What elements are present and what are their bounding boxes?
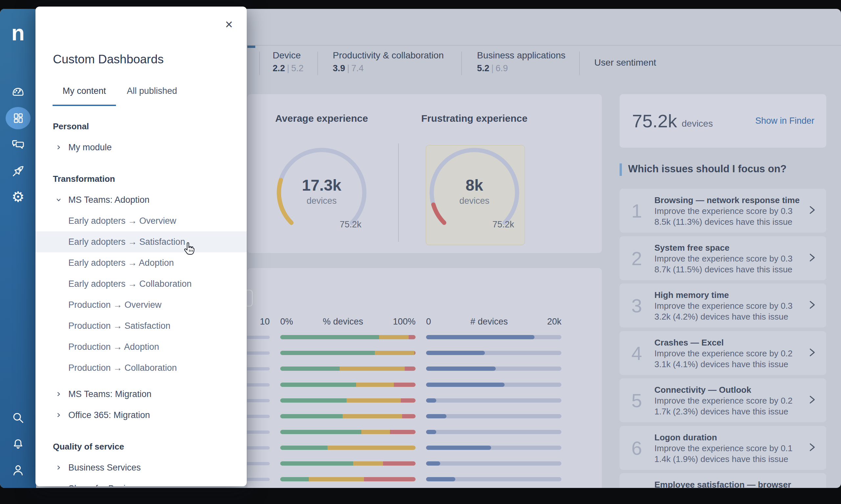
issue-improvement: Improve the experience score by 0.3 — [654, 253, 793, 264]
frustrating-segment — [402, 414, 416, 418]
sidebar-item-user-profile[interactable] — [0, 457, 36, 483]
tree-subitem-production-overview[interactable]: Production → Overview — [35, 294, 247, 315]
tab-score: 5.2|6.9 — [477, 63, 565, 73]
issue-card-4[interactable]: 4Crashes — ExcelImprove the experience s… — [620, 331, 826, 375]
issue-improvement: Improve the experience score by 0.1 — [654, 443, 793, 454]
issue-card-7[interactable]: 7Employee satisfaction — browser — [620, 473, 826, 488]
issue-card-5[interactable]: 5Connectivity — OutlookImprove the exper… — [620, 378, 826, 422]
tree-subitem-early-adopters-satisfaction[interactable]: Early adopters → Satisfaction — [35, 231, 247, 252]
issue-card-1[interactable]: 1Browsing — network response timeImprove… — [620, 189, 826, 233]
dialog-tab-all-published[interactable]: All published — [116, 86, 188, 106]
issue-improvement: Improve the experience score by 0.3 — [654, 206, 800, 217]
custom-dashboards-dialog: × Custom Dashboards My contentAll publis… — [35, 6, 247, 486]
tree-item-skype-for-business[interactable]: Skype for Business — [35, 478, 247, 486]
sidebar-item-feedback-chat[interactable] — [0, 131, 36, 158]
issue-title: Browsing — network response time — [654, 195, 800, 206]
pct-devices-stacked-bar — [280, 398, 416, 402]
chevron-right-icon[interactable] — [56, 392, 62, 397]
chevron-right-icon[interactable] — [808, 442, 817, 453]
tab-benchmark-value: 7.4 — [351, 63, 364, 73]
tab-business-applications[interactable]: Business applications5.2|6.9 — [477, 50, 565, 73]
tab-score-value: 3.9 — [333, 63, 345, 73]
chevron-right-icon[interactable] — [56, 486, 62, 487]
tree-subitem-label: Production → Overview — [68, 300, 161, 310]
chevron-right-icon[interactable] — [808, 300, 817, 311]
sidebar-item-campaigns-rocket[interactable] — [0, 158, 36, 184]
gauge-average-experience[interactable]: Average experience17.3kdevices75.2k — [262, 112, 381, 239]
tree-subitem-early-adopters-overview[interactable]: Early adopters → Overview — [35, 210, 247, 231]
issue-device-count: 8.5k (11.3%) devices have this issue — [654, 217, 800, 228]
tree-item-ms-teams-adoption[interactable]: MS Teams: Adoption — [35, 189, 247, 210]
tab-score: 2.2|5.2 — [273, 63, 304, 73]
tree-subitem-production-adoption[interactable]: Production → Adoption — [35, 336, 247, 357]
tree-item-business-services[interactable]: Business Services — [35, 457, 247, 478]
issue-device-count: 1.7k (2.3%) devices have this issue — [654, 406, 793, 417]
num-devices-bar — [426, 351, 485, 355]
score-divider: | — [490, 63, 496, 73]
tab-divider — [461, 52, 462, 75]
bar-row — [247, 351, 602, 355]
frustrating-segment — [390, 430, 416, 434]
issue-device-count: 8.7k (11.5%) devices have this issue — [654, 264, 793, 275]
pct-devices-stacked-bar — [280, 335, 416, 339]
sidebar-item-dashboard-gauge[interactable] — [0, 79, 36, 105]
issue-card-2[interactable]: 2System free spaceImprove the experience… — [620, 236, 826, 280]
average-segment — [379, 335, 409, 339]
chevron-right-icon[interactable] — [808, 347, 817, 359]
issue-text: Connectivity — OutlookImprove the experi… — [654, 384, 793, 417]
pct-axis-min: 0% — [280, 317, 293, 327]
chevron-right-icon[interactable] — [56, 145, 62, 150]
issue-rank: 3 — [631, 295, 642, 317]
tree-item-ms-teams-migration[interactable]: MS Teams: Migration — [35, 383, 247, 404]
tab-productivity-collaboration[interactable]: Productivity & collaboration3.9|7.4 — [333, 50, 444, 73]
chevron-right-icon[interactable] — [56, 412, 62, 418]
num-devices-track — [426, 461, 562, 466]
issue-text: High memory timeImprove the experience s… — [654, 290, 793, 322]
tree-subitem-early-adopters-collaboration[interactable]: Early adopters → Collaboration — [35, 273, 247, 294]
sidebar-item-dashboards-grid[interactable] — [0, 105, 36, 131]
tree-item-office-365-migration[interactable]: Office 365: Migration — [35, 404, 247, 426]
dialog-tab-my-content[interactable]: My content — [53, 86, 116, 106]
sidebar-item-settings-gear[interactable]: ⚙ — [0, 184, 36, 210]
sidebar-item-notifications-bell[interactable] — [0, 431, 36, 457]
issue-text: Browsing — network response timeImprove … — [654, 195, 800, 228]
tab-benchmark-value: 5.2 — [291, 63, 304, 73]
chevron-right-icon[interactable] — [808, 205, 817, 216]
issue-rank: 4 — [631, 342, 642, 364]
pct-devices-stacked-bar — [280, 430, 416, 434]
num-devices-bar — [426, 477, 455, 481]
issue-title: Employee satisfaction — browser — [654, 480, 791, 488]
bar-row — [247, 414, 602, 419]
sidebar-item-search[interactable] — [0, 404, 36, 431]
tab-device[interactable]: Device2.2|5.2 — [273, 50, 304, 73]
chevron-right-icon[interactable] — [56, 465, 62, 470]
tab-user-sentiment[interactable]: User sentiment — [594, 50, 656, 68]
close-icon[interactable]: × — [222, 17, 236, 32]
dialog-title: Custom Dashboards — [53, 53, 164, 66]
tree-item-label: Skype for Business — [68, 484, 144, 487]
chevron-down-icon[interactable] — [56, 197, 62, 203]
tree-subitem-production-satisfaction[interactable]: Production → Satisfaction — [35, 315, 247, 336]
tree-subitem-production-collaboration[interactable]: Production → Collaboration — [35, 357, 247, 378]
tree-item-my-module[interactable]: My module — [35, 137, 247, 158]
tree-item-label: MS Teams: Adoption — [68, 195, 150, 205]
experience-gauges-card: Average experience17.3kdevices75.2kFrust… — [247, 94, 602, 253]
good-segment — [280, 477, 309, 481]
gauge-frustrating-experience[interactable]: Frustrating experience8kdevices75.2k — [415, 112, 533, 239]
good-segment — [280, 430, 361, 434]
show-in-finder-link[interactable]: Show in Finder — [755, 116, 814, 126]
num-axis-max: 20k — [547, 317, 562, 327]
issue-title: Connectivity — Outlook — [654, 384, 793, 395]
issue-card-3[interactable]: 3High memory timeImprove the experience … — [620, 284, 826, 327]
tree-subitem-early-adopters-adoption[interactable]: Early adopters → Adoption — [35, 252, 247, 273]
chevron-right-icon[interactable] — [808, 395, 817, 406]
num-devices-track — [426, 398, 562, 402]
gauge-value: 17.3k — [262, 176, 381, 194]
campaigns-rocket-icon — [11, 164, 25, 179]
chevron-right-icon[interactable] — [808, 253, 817, 264]
issue-card-6[interactable]: 6Logon durationImprove the experience sc… — [620, 426, 826, 470]
pct-devices-stacked-bar — [280, 414, 416, 418]
bar-row — [247, 477, 602, 482]
num-devices-bar — [426, 430, 436, 434]
good-segment — [280, 335, 379, 339]
